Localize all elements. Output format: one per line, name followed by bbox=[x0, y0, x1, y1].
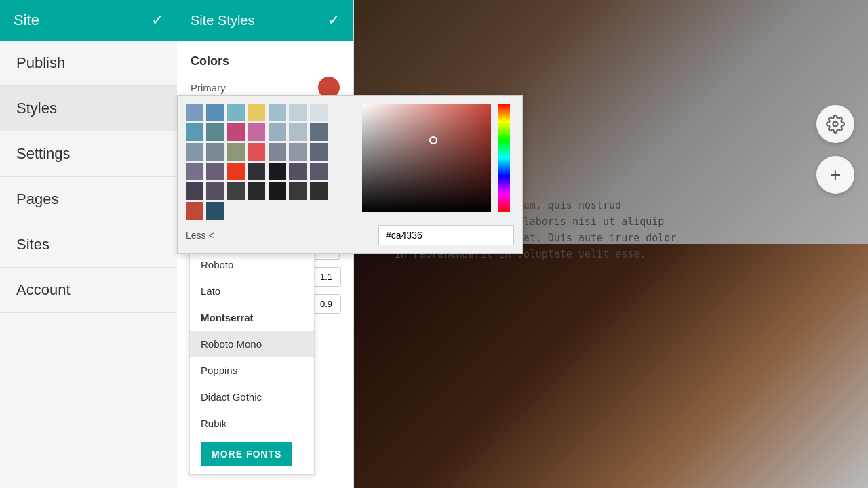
svg-point-0 bbox=[833, 122, 838, 127]
dropdown-item-lato[interactable]: Lato bbox=[190, 278, 314, 304]
palette-swatch[interactable] bbox=[186, 143, 203, 161]
palette-swatch[interactable] bbox=[289, 182, 307, 200]
background-image-bottom bbox=[354, 244, 868, 488]
palette-swatch[interactable] bbox=[206, 143, 224, 161]
dropdown-item-rubik[interactable]: Rubik bbox=[190, 410, 314, 436]
palette-swatch[interactable] bbox=[206, 163, 224, 180]
sidebar-title: Site bbox=[14, 12, 39, 29]
hue-bar[interactable] bbox=[498, 104, 510, 212]
dropdown-item-montserrat[interactable]: Montserrat bbox=[190, 304, 314, 331]
palette-swatch[interactable] bbox=[227, 143, 245, 161]
picker-bottom: Less < bbox=[186, 225, 514, 245]
sidebar-item-account[interactable]: Account bbox=[0, 268, 177, 313]
dropdown-item-roboto[interactable]: Roboto bbox=[190, 251, 314, 278]
palette-swatch[interactable] bbox=[186, 123, 203, 141]
add-button[interactable]: + bbox=[816, 156, 854, 194]
palette-swatch[interactable] bbox=[248, 163, 265, 180]
dropdown-item-roboto-mono[interactable]: Roboto Mono bbox=[190, 331, 314, 357]
palette-swatch[interactable] bbox=[310, 143, 328, 161]
gear-icon bbox=[826, 115, 845, 134]
sidebar: Site ✓ Publish Styles Settings Pages Sit… bbox=[0, 0, 177, 488]
dropdown-item-poppins[interactable]: Poppins bbox=[190, 357, 314, 384]
palette-swatch[interactable] bbox=[227, 123, 245, 141]
picker-top bbox=[186, 104, 514, 220]
text1-size-input[interactable] bbox=[311, 267, 341, 287]
color-palette bbox=[186, 104, 328, 220]
palette-swatch[interactable] bbox=[289, 123, 307, 141]
font-dropdown: Roboto Lato Montserrat Roboto Mono Poppi… bbox=[189, 251, 315, 475]
palette-swatch[interactable] bbox=[289, 104, 307, 121]
sidebar-check-icon[interactable]: ✓ bbox=[151, 12, 163, 29]
palette-swatch[interactable] bbox=[186, 202, 203, 220]
plus-icon: + bbox=[830, 164, 841, 186]
hex-input[interactable] bbox=[378, 225, 514, 245]
palette-swatch[interactable] bbox=[310, 182, 328, 200]
color-picker-popup: Less < bbox=[177, 95, 523, 254]
palette-swatch[interactable] bbox=[269, 143, 286, 161]
palette-swatch[interactable] bbox=[186, 163, 203, 180]
palette-swatch[interactable] bbox=[206, 202, 224, 220]
settings-button[interactable] bbox=[816, 105, 854, 143]
palette-swatch[interactable] bbox=[227, 163, 245, 180]
palette-swatch[interactable] bbox=[248, 143, 265, 161]
palette-extra bbox=[335, 104, 355, 220]
colors-section-title: Colors bbox=[191, 54, 340, 68]
sidebar-item-sites[interactable]: Sites bbox=[0, 222, 177, 268]
palette-swatch[interactable] bbox=[289, 163, 307, 180]
palette-swatch[interactable] bbox=[248, 123, 265, 141]
palette-swatch[interactable] bbox=[269, 163, 286, 180]
sidebar-item-styles[interactable]: Styles bbox=[0, 86, 177, 131]
less-link[interactable]: Less < bbox=[186, 230, 214, 241]
sidebar-header: Site ✓ bbox=[0, 0, 177, 41]
palette-swatch[interactable] bbox=[227, 182, 245, 200]
palette-swatch[interactable] bbox=[269, 123, 286, 141]
text2-size-input[interactable] bbox=[311, 294, 341, 314]
palette-swatch[interactable] bbox=[186, 104, 203, 121]
styles-panel-header: Site Styles ✓ bbox=[177, 0, 353, 41]
palette-swatch[interactable] bbox=[248, 104, 265, 121]
palette-swatch[interactable] bbox=[206, 104, 224, 121]
palette-swatch[interactable] bbox=[310, 163, 328, 180]
sidebar-item-settings[interactable]: Settings bbox=[0, 131, 177, 177]
primary-label: Primary bbox=[191, 82, 226, 94]
styles-panel-title: Site Styles bbox=[191, 13, 254, 28]
palette-swatch[interactable] bbox=[227, 104, 245, 121]
more-fonts-button[interactable]: MORE FONTS bbox=[201, 442, 292, 466]
dropdown-item-didact-gothic[interactable]: Didact Gothic bbox=[190, 384, 314, 410]
gradient-picker-dot bbox=[429, 136, 437, 144]
gradient-picker[interactable] bbox=[362, 104, 491, 212]
palette-swatch[interactable] bbox=[248, 182, 265, 200]
palette-swatch[interactable] bbox=[310, 104, 328, 121]
palette-swatch[interactable] bbox=[186, 182, 203, 200]
palette-swatch[interactable] bbox=[269, 182, 286, 200]
palette-swatch[interactable] bbox=[310, 123, 328, 141]
palette-swatch[interactable] bbox=[206, 182, 224, 200]
sidebar-item-pages[interactable]: Pages bbox=[0, 177, 177, 222]
palette-swatch[interactable] bbox=[289, 143, 307, 161]
palette-swatch[interactable] bbox=[269, 104, 286, 121]
styles-panel-check-icon[interactable]: ✓ bbox=[328, 12, 340, 29]
sidebar-item-publish[interactable]: Publish bbox=[0, 41, 177, 86]
palette-swatch[interactable] bbox=[206, 123, 224, 141]
